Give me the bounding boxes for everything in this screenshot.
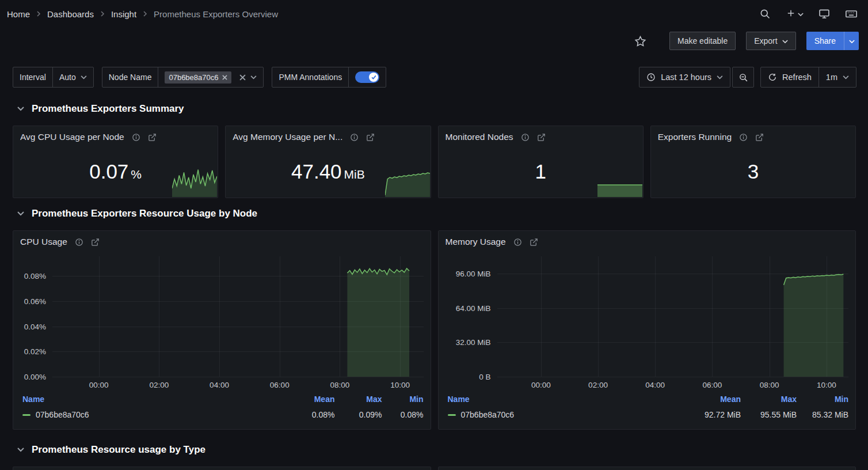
info-icon[interactable] — [739, 133, 748, 142]
chevron-down-icon — [717, 75, 723, 79]
sparkline — [172, 168, 217, 197]
chevron-right-icon — [99, 10, 106, 17]
legend-min-value: 85.32 MiB — [797, 410, 848, 419]
panel-avg-memory-usage: Avg Memory Usage per N... 47.40MiB — [225, 126, 431, 198]
stat-value: 1 — [535, 160, 546, 183]
chart-area: 0.08%0.06%0.04%0.02%0.00% 00:0002:0004:0… — [20, 256, 424, 423]
node-name-tag-label: 07b6be8a70c6 — [169, 73, 218, 82]
node-name-tag[interactable]: 07b6be8a70c6 — [165, 71, 231, 84]
panel-title: Monitored Nodes — [446, 132, 513, 142]
chevron-down-icon — [843, 75, 849, 79]
interval-control: Interval Auto — [13, 67, 94, 88]
export-label: Export — [754, 36, 777, 46]
legend-col-mean[interactable]: Mean — [288, 395, 335, 404]
legend-header: Name Mean Max Min — [20, 392, 424, 406]
time-range-picker: Last 12 hours — [639, 67, 730, 88]
stat-value: 0.07% — [89, 160, 142, 183]
info-icon[interactable] — [513, 238, 522, 247]
sparkline — [385, 168, 430, 197]
panel-header: Avg CPU Usage per Node — [13, 126, 218, 148]
legend-mean-value: 0.08% — [288, 410, 335, 419]
refresh-button[interactable]: Refresh — [761, 67, 818, 87]
legend-row: 07b6be8a70c6 92.72 MiB 95.55 MiB 85.32 M… — [446, 406, 849, 423]
share-menu-caret[interactable] — [844, 32, 859, 50]
legend-col-name[interactable]: Name — [446, 395, 686, 404]
refresh-interval-select[interactable]: 1m — [818, 67, 856, 87]
make-editable-button[interactable]: Make editable — [669, 32, 736, 50]
nav-actions — [759, 7, 858, 20]
external-link-icon[interactable] — [366, 133, 375, 142]
toggle-knob — [369, 73, 378, 82]
breadcrumb-dashboards[interactable]: Dashboards — [47, 9, 94, 19]
new-menu-button[interactable] — [786, 8, 804, 20]
node-name-select[interactable]: 07b6be8a70c6 — [158, 67, 263, 87]
legend-series[interactable]: 07b6be8a70c6 — [446, 410, 686, 419]
section-title: Prometheus Exporters Resource Usage by N… — [32, 208, 257, 219]
external-link-icon[interactable] — [91, 238, 100, 247]
section-title: Prometheus Resource usage by Type — [32, 444, 205, 456]
legend-col-min[interactable]: Min — [382, 395, 424, 404]
external-link-icon[interactable] — [530, 238, 538, 247]
chevron-down-icon — [798, 10, 804, 18]
close-icon[interactable] — [222, 75, 227, 80]
external-link-icon[interactable] — [755, 133, 764, 142]
panel-header: CPU Usage — [13, 231, 431, 253]
time-controls: Last 12 hours Refresh 1m — [639, 67, 856, 88]
breadcrumb-home[interactable]: Home — [7, 9, 30, 19]
star-icon[interactable] — [634, 35, 646, 47]
section-resource-usage-by-type[interactable]: Prometheus Resource usage by Type — [17, 444, 205, 456]
search-icon[interactable] — [759, 8, 771, 20]
share-button[interactable]: Share — [806, 32, 844, 50]
monitor-icon[interactable] — [818, 8, 830, 20]
panel-header: Monitored Nodes — [439, 126, 643, 148]
x-axis-labels: 00:0002:0004:0006:0008:0010:00 — [52, 377, 424, 392]
time-range-button[interactable]: Last 12 hours — [639, 67, 730, 87]
plot-area[interactable] — [497, 256, 849, 377]
section-resource-usage-by-node[interactable]: Prometheus Exporters Resource Usage by N… — [17, 208, 257, 219]
charts-row: CPU Usage 0.08%0.06%0.04%0.02%0.00% 00:0… — [13, 230, 856, 430]
clock-icon — [646, 73, 656, 82]
node-name-control: Node Name 07b6be8a70c6 — [102, 67, 264, 88]
time-range-label: Last 12 hours — [661, 73, 711, 82]
info-icon[interactable] — [521, 133, 530, 142]
pmm-annotations-cell — [348, 67, 386, 87]
panel-avg-cpu-usage: Avg CPU Usage per Node 0.07% — [13, 126, 218, 198]
keyboard-icon[interactable] — [845, 7, 858, 20]
legend-col-max[interactable]: Max — [741, 395, 797, 404]
legend-series[interactable]: 07b6be8a70c6 — [20, 410, 288, 419]
section-exporters-summary[interactable]: Prometheus Exporters Summary — [17, 103, 184, 115]
external-link-icon[interactable] — [148, 133, 157, 142]
pmm-annotations-control: PMM Annotations — [272, 67, 386, 88]
stats-row: Avg CPU Usage per Node 0.07% Avg Memory … — [13, 126, 856, 198]
chevron-down-icon — [17, 211, 24, 216]
plus-icon — [786, 8, 796, 20]
breadcrumb-insight[interactable]: Insight — [111, 9, 136, 19]
interval-select[interactable]: Auto — [52, 67, 93, 87]
info-icon[interactable] — [132, 133, 140, 142]
chart-area: 96.00 MiB64.00 MiB32.00 MiB0 B 00:0002:0… — [446, 256, 849, 423]
info-icon[interactable] — [350, 133, 359, 142]
plot-area[interactable] — [52, 256, 424, 377]
clear-selection-icon[interactable] — [239, 74, 246, 81]
refresh-interval-value: 1m — [826, 73, 837, 82]
legend-col-mean[interactable]: Mean — [685, 395, 741, 404]
panel-exporters-running: Exporters Running 3 — [650, 126, 856, 198]
panel-monitored-nodes: Monitored Nodes 1 — [438, 126, 644, 198]
legend-col-name[interactable]: Name — [20, 395, 288, 404]
legend-col-max[interactable]: Max — [335, 395, 382, 404]
breadcrumb-current-page: Prometheus Exporters Overview — [154, 9, 278, 19]
external-link-icon[interactable] — [537, 133, 546, 142]
pmm-annotations-toggle[interactable] — [355, 71, 379, 83]
panel-memory-usage: Memory Usage 96.00 MiB64.00 MiB32.00 MiB… — [438, 230, 856, 430]
time-zoom-out-button[interactable] — [733, 67, 753, 87]
breadcrumb: Home Dashboards Insight Prometheus Expor… — [7, 9, 278, 19]
stat-body: 3 — [651, 146, 855, 198]
export-button[interactable]: Export — [746, 32, 795, 50]
series-svg — [52, 256, 424, 377]
legend-col-min[interactable]: Min — [797, 395, 848, 404]
info-icon[interactable] — [75, 238, 83, 247]
chevron-down-icon — [17, 448, 24, 452]
series-svg — [497, 256, 849, 377]
chevron-down-icon — [17, 107, 24, 111]
pmm-annotations-label: PMM Annotations — [272, 67, 348, 87]
